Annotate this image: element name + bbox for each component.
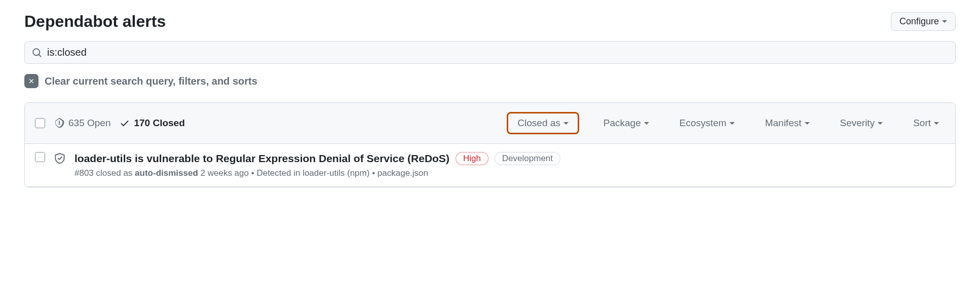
list-header: 635 Open 170 Closed Closed as Package Ec… bbox=[25, 103, 955, 144]
caret-down-icon bbox=[644, 122, 649, 125]
clear-filters-label: Clear current search query, filters, and… bbox=[45, 75, 257, 87]
open-tab[interactable]: 635 Open bbox=[54, 118, 110, 129]
filter-manifest[interactable]: Manifest bbox=[759, 115, 816, 132]
caret-down-icon bbox=[563, 122, 569, 125]
page-title: Dependabot alerts bbox=[24, 12, 166, 31]
row-checkbox[interactable] bbox=[35, 152, 45, 162]
closed-tab[interactable]: 170 Closed bbox=[120, 118, 184, 129]
filter-bar: Closed as Package Ecosystem Manifest Sev… bbox=[507, 112, 945, 134]
dot-separator: • bbox=[372, 168, 378, 178]
shield-alert-icon bbox=[54, 118, 64, 128]
filter-sort-label: Sort bbox=[913, 118, 931, 129]
scope-badge: Development bbox=[495, 152, 560, 165]
select-all-checkbox[interactable] bbox=[35, 118, 45, 128]
filter-sort[interactable]: Sort bbox=[907, 115, 945, 132]
caret-down-icon bbox=[942, 20, 947, 23]
filter-closed-as[interactable]: Closed as bbox=[507, 112, 579, 134]
filter-ecosystem-label: Ecosystem bbox=[680, 118, 727, 129]
search-input-container[interactable] bbox=[24, 41, 956, 64]
close-icon bbox=[24, 74, 39, 88]
clear-filters-link[interactable]: Clear current search query, filters, and… bbox=[24, 74, 956, 88]
caret-down-icon bbox=[934, 122, 939, 125]
search-icon bbox=[32, 48, 42, 58]
configure-button[interactable]: Configure bbox=[891, 12, 956, 31]
alert-sub-status: auto-dismissed bbox=[135, 168, 198, 178]
filter-manifest-label: Manifest bbox=[765, 118, 802, 129]
check-icon bbox=[120, 118, 130, 128]
alert-subtext: #803 closed as auto-dismissed 2 weeks ag… bbox=[74, 168, 945, 178]
alerts-list: 635 Open 170 Closed Closed as Package Ec… bbox=[24, 102, 956, 187]
alert-sub-detected: Detected in loader-utils (npm) bbox=[256, 168, 369, 178]
filter-closed-as-label: Closed as bbox=[517, 118, 560, 129]
alert-row: loader-utils is vulnerable to Regular Ex… bbox=[25, 144, 955, 187]
filter-package-label: Package bbox=[604, 118, 641, 129]
alert-sub-prefix: #803 closed as bbox=[74, 168, 135, 178]
caret-down-icon bbox=[730, 122, 735, 125]
filter-ecosystem[interactable]: Ecosystem bbox=[673, 115, 741, 132]
severity-badge: High bbox=[456, 152, 488, 165]
caret-down-icon bbox=[878, 122, 883, 125]
filter-severity[interactable]: Severity bbox=[834, 115, 889, 132]
alert-sub-manifest: package.json bbox=[378, 168, 428, 178]
dot-separator: • bbox=[251, 168, 257, 178]
alert-sub-time: 2 weeks ago bbox=[198, 168, 249, 178]
caret-down-icon bbox=[805, 122, 810, 125]
configure-label: Configure bbox=[899, 16, 939, 27]
alert-title-link[interactable]: loader-utils is vulnerable to Regular Ex… bbox=[74, 152, 449, 165]
search-input[interactable] bbox=[47, 47, 948, 58]
closed-count-label: 170 Closed bbox=[134, 118, 184, 129]
filter-package[interactable]: Package bbox=[597, 115, 655, 132]
filter-severity-label: Severity bbox=[840, 118, 875, 129]
open-count-label: 635 Open bbox=[68, 118, 110, 129]
shield-check-icon bbox=[54, 152, 65, 164]
